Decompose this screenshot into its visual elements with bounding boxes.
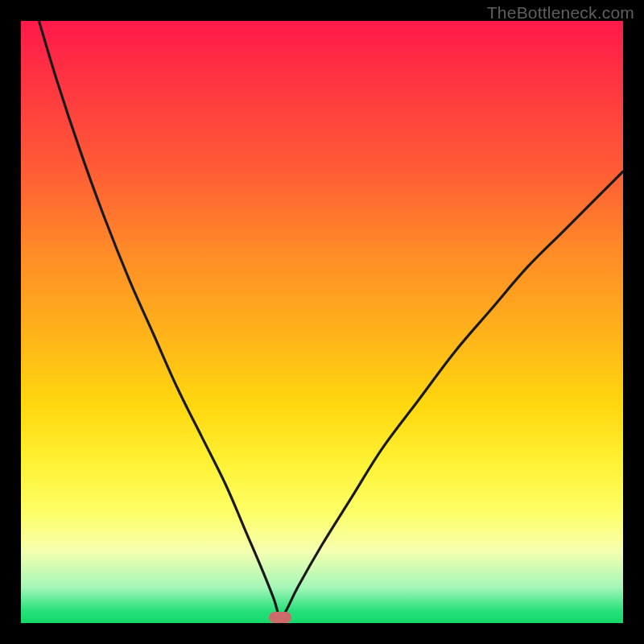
bottleneck-curve <box>21 21 623 623</box>
plot-area <box>21 21 623 623</box>
minimum-marker <box>269 612 291 623</box>
watermark-text: TheBottleneck.com <box>487 3 634 23</box>
chart-frame: TheBottleneck.com <box>0 0 644 644</box>
